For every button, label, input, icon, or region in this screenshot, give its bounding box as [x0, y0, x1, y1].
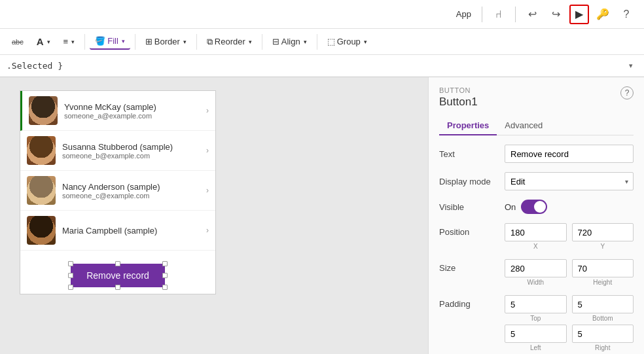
handle-ml[interactable]	[68, 273, 73, 278]
align-menu-btn[interactable]: ⊟ Align ▾	[267, 34, 312, 49]
visible-toggle[interactable]	[521, 200, 547, 214]
text-property-row: Text	[439, 145, 634, 163]
contact-name: Susanna Stubberod (sample)	[62, 142, 200, 152]
position-row: Position X Y	[439, 223, 634, 250]
size-w-input[interactable]	[505, 259, 567, 277]
abc-icon: abc	[12, 38, 24, 46]
pos-y-wrap: Y	[572, 223, 634, 250]
list-item[interactable]: Susanna Stubberod (sample) someone_b@exa…	[20, 131, 215, 171]
divider-2	[515, 7, 516, 22]
canvas-area: Yvonne McKay (sample) someone_a@example.…	[0, 77, 428, 354]
app-label: App	[456, 9, 471, 19]
undo-icon[interactable]: ↩	[522, 5, 542, 24]
pad-left-label: Left	[505, 344, 567, 351]
remove-btn-area: Remove record	[20, 251, 215, 294]
list-item[interactable]: Maria Campbell (sample) ›	[20, 211, 215, 251]
formula-input[interactable]	[7, 61, 624, 71]
size-h-wrap: Height	[572, 259, 634, 286]
group-icon: ⬚	[327, 37, 335, 46]
list-item[interactable]: Yvonne McKay (sample) someone_a@example.…	[20, 91, 215, 131]
panel-help-icon[interactable]: ?	[620, 86, 634, 99]
toggle-knob	[534, 201, 546, 213]
padding-label: Padding	[439, 295, 505, 309]
size-h-input[interactable]	[572, 259, 634, 277]
size-row: Size Width Height	[439, 259, 634, 286]
handle-br[interactable]	[162, 285, 168, 290]
person-icon[interactable]: 🔑	[593, 5, 613, 24]
fork-icon[interactable]: ⑁	[489, 5, 509, 24]
fill-icon: 🪣	[95, 36, 105, 46]
fill-btn[interactable]: 🪣 Fill ▾	[90, 33, 130, 50]
panel-tabs: Properties Advanced	[439, 116, 634, 135]
format-divider-5	[317, 34, 317, 50]
handle-tr[interactable]	[162, 261, 168, 266]
handle-mr[interactable]	[162, 273, 168, 278]
format-bar: abc A ▾ ≡ ▾ 🪣 Fill ▾ ⊞ Border ▾ ⧉ Reorde…	[0, 29, 644, 55]
avatar	[27, 216, 56, 245]
top-bar: App ⑁ ↩ ↪ ▶ 🔑 ?	[0, 0, 644, 29]
contact-name: Nancy Anderson (sample)	[62, 182, 200, 192]
visible-toggle-wrap: On	[505, 200, 547, 214]
font-btn[interactable]: A ▾	[31, 33, 56, 50]
padding-left-right: Left Right	[505, 325, 634, 351]
visible-value: On	[505, 202, 516, 212]
text-prop-input[interactable]	[505, 145, 634, 163]
selected-button-container: Remove record	[71, 264, 165, 287]
display-mode-select-wrap: Edit View Disabled ▾	[505, 172, 634, 190]
pad-right-label: Right	[572, 344, 634, 351]
size-inputs: Width Height	[505, 259, 634, 286]
align-btn[interactable]: ≡ ▾	[58, 34, 80, 49]
display-mode-row: Display mode Edit View Disabled ▾	[439, 172, 634, 190]
reorder-btn[interactable]: ⧉ Reorder ▾	[202, 34, 257, 50]
pos-x-input[interactable]	[505, 223, 567, 241]
border-chevron: ▾	[183, 39, 187, 45]
play-icon[interactable]: ▶	[569, 5, 589, 24]
tab-properties[interactable]: Properties	[439, 116, 497, 135]
size-w-wrap: Width	[505, 259, 567, 286]
pad-top-input[interactable]	[505, 295, 567, 313]
align-menu-chevron: ▾	[304, 39, 307, 45]
group-btn[interactable]: ⬚ Group ▾	[322, 34, 372, 49]
main-content: Yvonne McKay (sample) someone_a@example.…	[0, 77, 644, 354]
visible-row: Visible On	[439, 200, 634, 214]
align-icon: ≡	[63, 37, 69, 46]
handle-bc[interactable]	[115, 285, 120, 290]
size-h-label: Height	[572, 279, 634, 286]
contact-info: Maria Campbell (sample)	[62, 226, 200, 236]
group-chevron: ▾	[364, 39, 367, 45]
contact-list: Yvonne McKay (sample) someone_a@example.…	[20, 91, 215, 251]
display-mode-select[interactable]: Edit View Disabled	[505, 172, 634, 190]
handle-bl[interactable]	[68, 285, 73, 290]
fill-label: Fill	[107, 36, 118, 46]
chevron-right-icon: ›	[206, 106, 209, 115]
contact-info: Yvonne McKay (sample) someone_a@example.…	[64, 102, 200, 120]
list-item[interactable]: Nancy Anderson (sample) someone_c@exampl…	[20, 171, 215, 211]
contact-name: Yvonne McKay (sample)	[64, 102, 200, 112]
pad-left-input[interactable]	[505, 325, 567, 343]
display-mode-label: Display mode	[439, 177, 505, 186]
pad-bottom-input[interactable]	[572, 295, 634, 313]
pos-y-input[interactable]	[572, 223, 634, 241]
panel-section-label: BUTTON	[439, 86, 478, 94]
reorder-icon: ⧉	[207, 37, 213, 47]
chevron-right-icon: ›	[206, 186, 209, 195]
pad-right-input[interactable]	[572, 325, 634, 343]
formula-dropdown[interactable]: ▾	[624, 60, 637, 73]
tab-advanced[interactable]: Advanced	[497, 116, 550, 135]
handle-tl[interactable]	[68, 261, 73, 266]
handle-tc[interactable]	[115, 261, 120, 266]
format-divider-3	[196, 34, 197, 50]
position-inputs: X Y	[505, 223, 634, 250]
contact-info: Susanna Stubberod (sample) someone_b@exa…	[62, 142, 200, 160]
format-divider-4	[262, 34, 262, 50]
panel-title: Button1	[439, 96, 478, 109]
border-btn[interactable]: ⊞ Border ▾	[140, 34, 192, 49]
remove-record-button[interactable]: Remove record	[71, 264, 165, 287]
text-format-btn[interactable]: abc	[7, 35, 29, 48]
contact-email: someone_b@example.com	[62, 152, 200, 160]
pos-x-wrap: X	[505, 223, 567, 250]
redo-icon[interactable]: ↪	[546, 5, 565, 24]
help-icon[interactable]: ?	[617, 5, 636, 24]
size-w-label: Width	[505, 279, 567, 286]
contact-email: someone_a@example.com	[64, 112, 200, 120]
